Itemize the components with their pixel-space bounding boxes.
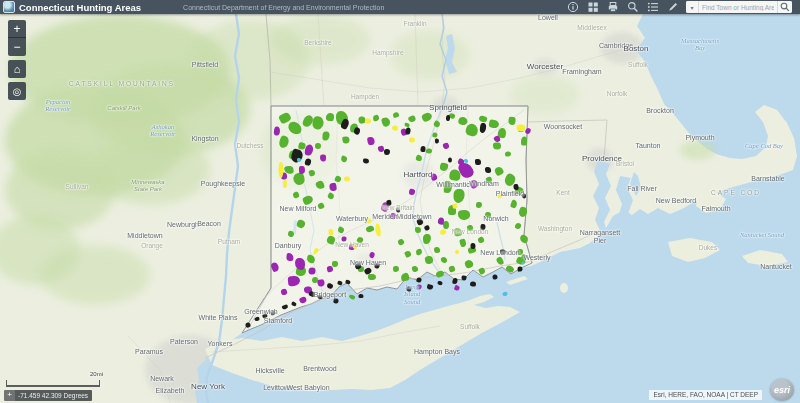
legend-icon xyxy=(647,1,659,13)
home-icon: ⌂ xyxy=(14,63,21,75)
hunting-area[interactable] xyxy=(475,159,481,165)
basemap-svg xyxy=(0,0,800,403)
hunting-area[interactable] xyxy=(329,183,337,192)
app-title: Connecticut Hunting Areas xyxy=(19,2,141,13)
hunting-area[interactable] xyxy=(358,294,363,299)
hunting-area[interactable] xyxy=(513,184,518,190)
basemap-gallery-button[interactable] xyxy=(586,1,600,14)
app-header: Connecticut Hunting Areas Connecticut De… xyxy=(0,0,800,14)
hunting-area[interactable] xyxy=(420,146,426,152)
hunting-area[interactable] xyxy=(328,229,334,236)
crosshair-icon[interactable]: + xyxy=(4,390,15,401)
zoom-out-button[interactable]: − xyxy=(8,38,26,56)
hunting-area[interactable] xyxy=(320,154,326,161)
map-attribution: Esri, HERE, FAO, NOAA | CT DEEP xyxy=(649,390,762,400)
basemap-gallery-icon xyxy=(587,1,599,13)
hunting-area[interactable] xyxy=(392,125,399,131)
search-group: ▾ xyxy=(686,1,792,13)
hunting-area[interactable] xyxy=(437,280,443,285)
hunting-area[interactable] xyxy=(326,113,335,122)
hunting-area[interactable] xyxy=(470,243,475,249)
home-button[interactable]: ⌂ xyxy=(8,60,26,78)
app-logo-globe-icon xyxy=(3,1,15,13)
hunting-area[interactable] xyxy=(485,212,491,218)
hunting-area[interactable] xyxy=(315,143,321,149)
hunting-area[interactable] xyxy=(446,115,450,121)
query-icon xyxy=(627,1,639,13)
hunting-area[interactable] xyxy=(500,249,506,255)
chevron-down-icon: ▾ xyxy=(690,5,693,11)
info-button[interactable] xyxy=(566,1,580,14)
draw-icon xyxy=(667,1,679,13)
locate-icon: ◎ xyxy=(13,86,22,97)
search-input[interactable] xyxy=(699,1,777,13)
search-dropdown-button[interactable]: ▾ xyxy=(686,1,699,13)
zoom-in-button[interactable]: + xyxy=(8,20,26,38)
hunting-area[interactable] xyxy=(521,137,527,146)
block-island xyxy=(560,283,568,293)
query-button[interactable] xyxy=(626,1,640,14)
hunting-area[interactable] xyxy=(522,193,527,198)
hunting-area[interactable] xyxy=(363,158,369,163)
info-icon xyxy=(567,1,579,13)
scale-bar: 20mi xyxy=(6,380,100,387)
print-button[interactable] xyxy=(606,1,620,14)
hunting-area[interactable] xyxy=(470,281,476,286)
hunting-area[interactable] xyxy=(435,139,439,144)
map-canvas[interactable]: PittsfieldBerkshireFranklinHampshireHamp… xyxy=(0,0,800,403)
search-button[interactable] xyxy=(777,1,792,13)
hunting-area[interactable] xyxy=(295,258,305,270)
hunting-area[interactable] xyxy=(434,247,441,254)
print-icon xyxy=(607,1,619,13)
zoom-control: + − xyxy=(8,20,26,56)
app-subtitle: Connecticut Department of Energy and Env… xyxy=(183,4,384,11)
coordinates-readout: + -71.459 42.309 Degrees xyxy=(4,390,92,401)
draw-button[interactable] xyxy=(666,1,680,14)
scale-label: 20mi xyxy=(90,371,103,377)
legend-button[interactable] xyxy=(646,1,660,14)
hunting-area[interactable] xyxy=(493,142,501,149)
locate-button[interactable]: ◎ xyxy=(8,82,26,100)
coordinates-text: -71.459 42.309 Degrees xyxy=(18,392,88,399)
esri-logo: esri xyxy=(770,379,794,401)
app-window: PittsfieldBerkshireFranklinHampshireHamp… xyxy=(0,0,800,403)
header-toolbar: ▾ xyxy=(566,1,800,14)
search-icon xyxy=(780,2,790,12)
